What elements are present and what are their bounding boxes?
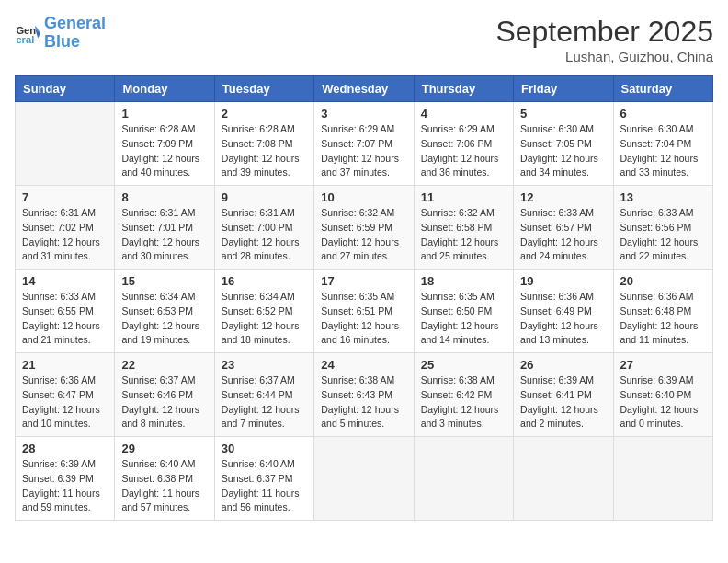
calendar-cell: 5Sunrise: 6:30 AM Sunset: 7:05 PM Daylig… [514, 102, 613, 186]
calendar-week-5: 28Sunrise: 6:39 AM Sunset: 6:39 PM Dayli… [16, 437, 713, 521]
calendar-header-row: SundayMondayTuesdayWednesdayThursdayFrid… [16, 76, 713, 102]
day-info: Sunrise: 6:39 AM Sunset: 6:39 PM Dayligh… [22, 457, 108, 515]
day-number: 27 [620, 358, 706, 372]
day-header-monday: Monday [115, 76, 214, 102]
calendar-cell: 3Sunrise: 6:29 AM Sunset: 7:07 PM Daylig… [314, 102, 414, 186]
location: Lushan, Guizhou, China [495, 49, 713, 64]
calendar-week-1: 1Sunrise: 6:28 AM Sunset: 7:09 PM Daylig… [16, 102, 713, 186]
day-number: 16 [222, 274, 307, 288]
day-info: Sunrise: 6:29 AM Sunset: 7:06 PM Dayligh… [421, 122, 506, 180]
day-info: Sunrise: 6:30 AM Sunset: 7:04 PM Dayligh… [620, 122, 706, 180]
month-title: September 2025 [495, 15, 713, 49]
day-info: Sunrise: 6:31 AM Sunset: 7:00 PM Dayligh… [222, 206, 307, 264]
calendar-week-4: 21Sunrise: 6:36 AM Sunset: 6:47 PM Dayli… [16, 353, 713, 437]
calendar-cell: 7Sunrise: 6:31 AM Sunset: 7:02 PM Daylig… [16, 186, 115, 270]
logo: Gen eral GeneralBlue [15, 15, 106, 52]
calendar-cell: 15Sunrise: 6:34 AM Sunset: 6:53 PM Dayli… [115, 270, 214, 353]
day-info: Sunrise: 6:36 AM Sunset: 6:49 PM Dayligh… [520, 290, 606, 348]
calendar-cell: 19Sunrise: 6:36 AM Sunset: 6:49 PM Dayli… [514, 270, 613, 353]
day-header-sunday: Sunday [16, 76, 115, 102]
calendar-cell: 27Sunrise: 6:39 AM Sunset: 6:40 PM Dayli… [613, 353, 712, 437]
calendar-cell: 23Sunrise: 6:37 AM Sunset: 6:44 PM Dayli… [214, 353, 313, 437]
day-number: 28 [22, 442, 108, 455]
day-number: 26 [520, 358, 606, 372]
day-info: Sunrise: 6:28 AM Sunset: 7:09 PM Dayligh… [121, 122, 207, 180]
day-header-tuesday: Tuesday [214, 76, 313, 102]
day-number: 17 [321, 274, 406, 288]
calendar-table: SundayMondayTuesdayWednesdayThursdayFrid… [15, 75, 713, 521]
calendar-cell [613, 437, 712, 521]
day-number: 14 [22, 274, 108, 288]
calendar-cell: 21Sunrise: 6:36 AM Sunset: 6:47 PM Dayli… [16, 353, 115, 437]
day-number: 6 [620, 107, 706, 121]
calendar-cell [414, 437, 513, 521]
calendar-cell: 8Sunrise: 6:31 AM Sunset: 7:01 PM Daylig… [115, 186, 214, 270]
day-number: 3 [321, 107, 406, 121]
calendar-cell: 29Sunrise: 6:40 AM Sunset: 6:38 PM Dayli… [115, 437, 214, 521]
day-number: 15 [121, 274, 207, 288]
logo-text: GeneralBlue [44, 15, 106, 52]
day-number: 10 [321, 190, 406, 204]
calendar-week-3: 14Sunrise: 6:33 AM Sunset: 6:55 PM Dayli… [16, 270, 713, 353]
day-info: Sunrise: 6:39 AM Sunset: 6:40 PM Dayligh… [620, 373, 706, 431]
day-info: Sunrise: 6:37 AM Sunset: 6:46 PM Dayligh… [121, 373, 207, 431]
day-info: Sunrise: 6:40 AM Sunset: 6:37 PM Dayligh… [222, 457, 307, 515]
day-number: 7 [22, 190, 108, 204]
day-info: Sunrise: 6:34 AM Sunset: 6:52 PM Dayligh… [222, 290, 307, 348]
calendar-cell: 26Sunrise: 6:39 AM Sunset: 6:41 PM Dayli… [514, 353, 613, 437]
day-number: 24 [321, 358, 406, 372]
calendar-cell: 14Sunrise: 6:33 AM Sunset: 6:55 PM Dayli… [16, 270, 115, 353]
day-number: 12 [520, 190, 606, 204]
calendar-cell: 4Sunrise: 6:29 AM Sunset: 7:06 PM Daylig… [414, 102, 513, 186]
day-number: 25 [421, 358, 506, 372]
calendar-cell [16, 102, 115, 186]
calendar-cell: 9Sunrise: 6:31 AM Sunset: 7:00 PM Daylig… [214, 186, 313, 270]
title-block: September 2025 Lushan, Guizhou, China [495, 15, 713, 64]
day-info: Sunrise: 6:37 AM Sunset: 6:44 PM Dayligh… [222, 373, 307, 431]
day-number: 13 [620, 190, 706, 204]
day-number: 2 [222, 107, 307, 121]
calendar-cell: 13Sunrise: 6:33 AM Sunset: 6:56 PM Dayli… [613, 186, 712, 270]
day-header-wednesday: Wednesday [314, 76, 414, 102]
day-header-thursday: Thursday [414, 76, 513, 102]
calendar-cell: 6Sunrise: 6:30 AM Sunset: 7:04 PM Daylig… [613, 102, 712, 186]
calendar-cell [314, 437, 414, 521]
day-info: Sunrise: 6:33 AM Sunset: 6:57 PM Dayligh… [520, 206, 606, 264]
day-info: Sunrise: 6:33 AM Sunset: 6:55 PM Dayligh… [22, 290, 108, 348]
svg-text:eral: eral [16, 34, 34, 45]
calendar-cell: 11Sunrise: 6:32 AM Sunset: 6:58 PM Dayli… [414, 186, 513, 270]
day-number: 8 [121, 190, 207, 204]
calendar-cell: 2Sunrise: 6:28 AM Sunset: 7:08 PM Daylig… [214, 102, 313, 186]
calendar-cell: 10Sunrise: 6:32 AM Sunset: 6:59 PM Dayli… [314, 186, 414, 270]
day-number: 1 [121, 107, 207, 121]
day-number: 5 [520, 107, 606, 121]
day-number: 11 [421, 190, 506, 204]
day-info: Sunrise: 6:36 AM Sunset: 6:47 PM Dayligh… [22, 373, 108, 431]
day-number: 19 [520, 274, 606, 288]
calendar-cell: 28Sunrise: 6:39 AM Sunset: 6:39 PM Dayli… [16, 437, 115, 521]
day-header-friday: Friday [514, 76, 613, 102]
calendar-cell: 1Sunrise: 6:28 AM Sunset: 7:09 PM Daylig… [115, 102, 214, 186]
calendar-cell: 20Sunrise: 6:36 AM Sunset: 6:48 PM Dayli… [613, 270, 712, 353]
day-info: Sunrise: 6:38 AM Sunset: 6:42 PM Dayligh… [421, 373, 506, 431]
day-info: Sunrise: 6:28 AM Sunset: 7:08 PM Dayligh… [222, 122, 307, 180]
day-info: Sunrise: 6:31 AM Sunset: 7:02 PM Dayligh… [22, 206, 108, 264]
calendar-cell: 12Sunrise: 6:33 AM Sunset: 6:57 PM Dayli… [514, 186, 613, 270]
day-info: Sunrise: 6:29 AM Sunset: 7:07 PM Dayligh… [321, 122, 406, 180]
day-info: Sunrise: 6:38 AM Sunset: 6:43 PM Dayligh… [321, 373, 406, 431]
day-number: 22 [121, 358, 207, 372]
day-info: Sunrise: 6:40 AM Sunset: 6:38 PM Dayligh… [121, 457, 207, 515]
day-info: Sunrise: 6:33 AM Sunset: 6:56 PM Dayligh… [620, 206, 706, 264]
day-number: 23 [222, 358, 307, 372]
day-number: 30 [222, 442, 307, 455]
day-number: 18 [421, 274, 506, 288]
day-number: 4 [421, 107, 506, 121]
calendar-cell: 24Sunrise: 6:38 AM Sunset: 6:43 PM Dayli… [314, 353, 414, 437]
day-info: Sunrise: 6:39 AM Sunset: 6:41 PM Dayligh… [520, 373, 606, 431]
day-info: Sunrise: 6:30 AM Sunset: 7:05 PM Dayligh… [520, 122, 606, 180]
day-number: 20 [620, 274, 706, 288]
day-info: Sunrise: 6:35 AM Sunset: 6:51 PM Dayligh… [321, 290, 406, 348]
day-info: Sunrise: 6:35 AM Sunset: 6:50 PM Dayligh… [421, 290, 506, 348]
day-number: 29 [121, 442, 207, 455]
calendar-cell: 30Sunrise: 6:40 AM Sunset: 6:37 PM Dayli… [214, 437, 313, 521]
